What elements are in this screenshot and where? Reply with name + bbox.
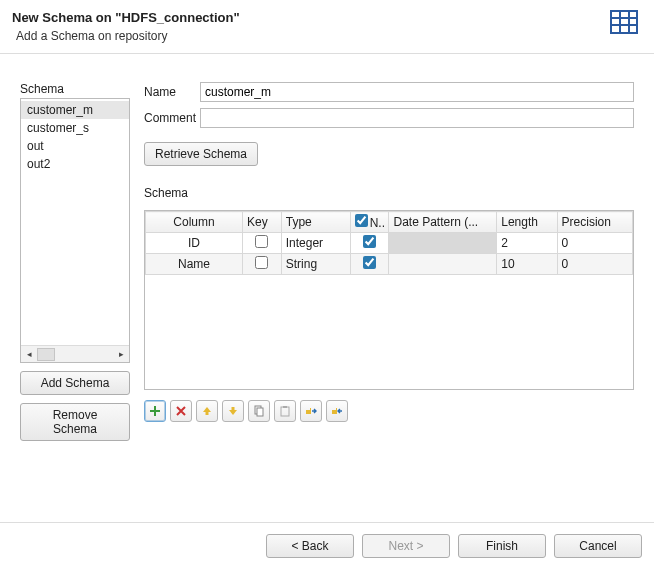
svg-rect-11	[281, 407, 289, 416]
name-field[interactable]	[200, 82, 634, 102]
schema-list[interactable]: customer_mcustomer_soutout2 ◂ ▸	[20, 98, 130, 363]
cell-type[interactable]: String	[281, 254, 350, 275]
cancel-button[interactable]: Cancel	[554, 534, 642, 558]
col-header-type[interactable]: Type	[281, 212, 350, 233]
cell-length[interactable]: 10	[497, 254, 557, 275]
hscrollbar[interactable]: ◂ ▸	[21, 345, 129, 362]
comment-label: Comment	[144, 111, 200, 125]
copy-button[interactable]	[248, 400, 270, 422]
schema-list-item[interactable]: customer_s	[21, 119, 129, 137]
key-checkbox[interactable]	[255, 256, 268, 269]
export-button[interactable]	[326, 400, 348, 422]
cell-key[interactable]	[242, 233, 281, 254]
add-row-button[interactable]	[144, 400, 166, 422]
name-label: Name	[144, 85, 200, 99]
cell-column[interactable]: Name	[146, 254, 243, 275]
cell-nullable[interactable]	[350, 233, 389, 254]
cell-datepattern[interactable]	[389, 254, 497, 275]
col-header-column[interactable]: Column	[146, 212, 243, 233]
schema-list-item[interactable]: out2	[21, 155, 129, 173]
import-button[interactable]	[300, 400, 322, 422]
dialog-header: New Schema on "HDFS_connection" Add a Sc…	[0, 0, 654, 54]
move-up-button[interactable]	[196, 400, 218, 422]
table-row[interactable]: IDInteger20	[146, 233, 633, 254]
svg-rect-10	[257, 408, 263, 416]
nullable-header-checkbox[interactable]	[355, 214, 368, 227]
col-header-precision[interactable]: Precision	[557, 212, 632, 233]
svg-rect-12	[283, 406, 287, 408]
cell-precision[interactable]: 0	[557, 233, 632, 254]
nullable-checkbox[interactable]	[363, 235, 376, 248]
svg-rect-0	[611, 11, 637, 33]
grid-icon	[610, 10, 638, 34]
cell-datepattern[interactable]	[389, 233, 497, 254]
dialog-subtitle: Add a Schema on repository	[16, 29, 240, 43]
delete-row-button[interactable]	[170, 400, 192, 422]
schema-list-item[interactable]: customer_m	[21, 101, 129, 119]
dialog-title: New Schema on "HDFS_connection"	[12, 10, 240, 25]
schema-list-label: Schema	[20, 82, 130, 96]
remove-schema-button[interactable]: Remove Schema	[20, 403, 130, 441]
move-down-button[interactable]	[222, 400, 244, 422]
cell-length[interactable]: 2	[497, 233, 557, 254]
cell-column[interactable]: ID	[146, 233, 243, 254]
col-header-length[interactable]: Length	[497, 212, 557, 233]
add-schema-button[interactable]: Add Schema	[20, 371, 130, 395]
wizard-footer: < Back Next > Finish Cancel	[0, 522, 654, 568]
nullable-checkbox[interactable]	[363, 256, 376, 269]
schema-section-label: Schema	[144, 186, 634, 200]
back-button[interactable]: < Back	[266, 534, 354, 558]
key-checkbox[interactable]	[255, 235, 268, 248]
schema-toolbar	[144, 400, 634, 422]
retrieve-schema-button[interactable]: Retrieve Schema	[144, 142, 258, 166]
paste-button[interactable]	[274, 400, 296, 422]
col-header-key[interactable]: Key	[242, 212, 281, 233]
col-header-nullable[interactable]: N..	[350, 212, 389, 233]
svg-rect-6	[150, 410, 160, 412]
schema-list-item[interactable]: out	[21, 137, 129, 155]
svg-rect-8	[232, 407, 235, 411]
cell-nullable[interactable]	[350, 254, 389, 275]
schema-table[interactable]: Column Key Type N.. Date Pattern (... Le…	[144, 210, 634, 390]
table-row[interactable]: NameString100	[146, 254, 633, 275]
finish-button[interactable]: Finish	[458, 534, 546, 558]
svg-rect-7	[206, 411, 209, 415]
cell-type[interactable]: Integer	[281, 233, 350, 254]
cell-key[interactable]	[242, 254, 281, 275]
cell-precision[interactable]: 0	[557, 254, 632, 275]
col-header-datepattern[interactable]: Date Pattern (...	[389, 212, 497, 233]
comment-field[interactable]	[200, 108, 634, 128]
next-button[interactable]: Next >	[362, 534, 450, 558]
